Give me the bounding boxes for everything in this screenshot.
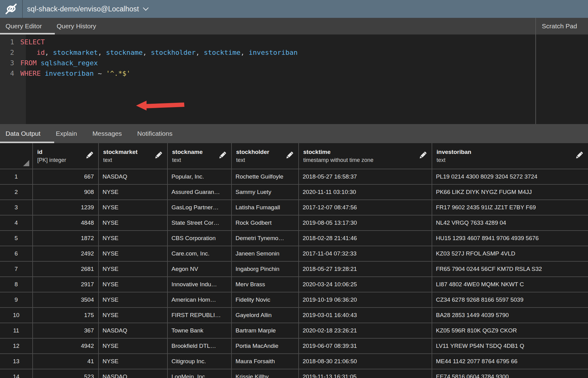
cell[interactable]: NYSE [99,308,168,323]
cell[interactable]: Bartram Marple [232,323,299,338]
cell[interactable]: 2020-02-18 23:26:21 [299,323,432,338]
cell[interactable]: NL42 VRGQ 7633 4289 04 [432,215,588,230]
cell[interactable]: FR65 7904 0244 56CF KM7D RSLA S32 [432,262,588,276]
column-header-id[interactable]: id[PK] integer [33,143,99,169]
cell[interactable]: Gayelord Allin [232,308,299,323]
cell[interactable]: Demetri Tynemo… [232,231,299,246]
cell[interactable]: 1872 [33,231,99,246]
cell[interactable]: KZ05 596R 810K QGZ9 CKOR [432,323,588,338]
cell[interactable]: Fidelity Novic [232,292,299,307]
cell[interactable]: Aegon NV [168,262,232,276]
cell[interactable]: NASDAQ [99,369,168,378]
cell[interactable]: 2019-10-19 06:36:20 [299,292,432,307]
row-number-cell[interactable]: 2 [0,185,33,199]
cell[interactable]: NYSE [99,215,168,230]
cell[interactable]: Assured Guaran… [168,185,232,199]
cell[interactable]: 2492 [33,246,99,261]
cell[interactable]: Maura Forsaith [232,354,299,369]
cell[interactable]: American Hom… [168,292,232,307]
row-number-cell[interactable]: 10 [0,308,33,323]
cell[interactable]: BA28 2853 1449 4039 5790 [432,308,588,323]
row-number-cell[interactable]: 6 [0,246,33,261]
cell[interactable]: PL19 0214 4300 8029 3204 5272 3724 [432,169,588,184]
cell[interactable]: 2020-11-11 03:10:30 [299,185,432,199]
cell[interactable]: 2018-08-30 21:06:50 [299,354,432,369]
tab-query-editor[interactable]: Query Editor [0,18,49,34]
cell[interactable]: KZ03 527J RFOL ASMP 4VLD [432,246,588,261]
row-number-cell[interactable]: 14 [0,369,33,378]
cell[interactable]: Care.com, Inc. [168,246,232,261]
cell[interactable]: LV11 YREW P54N TSDQ 4DB1 Q [432,339,588,353]
sql-editor[interactable]: 1SELECT2 id, stockmarket, stockname, sto… [0,34,588,124]
cell[interactable]: Brookfield DTL… [168,339,232,353]
cell[interactable]: Latisha Fumagall [232,200,299,215]
cell[interactable]: Krissie Killby [232,369,299,378]
cell[interactable]: Portia MacAndie [232,339,299,353]
column-header-stocktime[interactable]: stocktimetimestamp without time zone [299,143,432,169]
cell[interactable]: CBS Corporation [168,231,232,246]
row-number-cell[interactable]: 1 [0,169,33,184]
row-number-cell[interactable]: 5 [0,231,33,246]
code-line[interactable]: 2 id, stockmarket, stockname, stockholde… [0,47,535,58]
tab-data-output[interactable]: Data Output [0,124,48,143]
cell[interactable]: 4942 [33,339,99,353]
connection-dropdown-chevron-icon[interactable] [143,5,149,10]
cell[interactable]: 2018-05-27 19:28:21 [299,262,432,276]
row-number-cell[interactable]: 9 [0,292,33,307]
cell[interactable]: LogMein, Inc. [168,369,232,378]
cell[interactable]: 2019-11-13 16:31:05 [299,369,432,378]
cell[interactable]: 2020-03-24 10:06:25 [299,277,432,292]
cell[interactable]: 908 [33,185,99,199]
sql-code-area[interactable]: 1SELECT2 id, stockmarket, stockname, sto… [0,34,535,124]
row-number-cell[interactable]: 4 [0,215,33,230]
cell[interactable]: CZ34 6278 9268 8166 5597 5039 [432,292,588,307]
column-header-stockname[interactable]: stocknametext [168,143,232,169]
row-number-cell[interactable]: 11 [0,323,33,338]
cell[interactable]: 4848 [33,215,99,230]
cell[interactable]: Sammy Luety [232,185,299,199]
column-header-stockmarket[interactable]: stockmarkettext [99,143,168,169]
tab-scratch-pad[interactable]: Scratch Pad [542,18,577,34]
cell[interactable]: NYSE [99,231,168,246]
cell[interactable]: Citigroup Inc. [168,354,232,369]
cell[interactable]: 1239 [33,200,99,215]
row-number-cell[interactable]: 8 [0,277,33,292]
cell[interactable]: PK66 LIKZ DIYK NYGZ FUGM M4JJ [432,185,588,199]
cell[interactable]: 2018-05-27 16:58:37 [299,169,432,184]
tab-messages[interactable]: Messages [85,124,130,143]
cell[interactable]: NYSE [99,262,168,276]
cell[interactable]: 3504 [33,292,99,307]
tab-explain[interactable]: Explain [48,124,85,143]
cell[interactable]: LI87 4802 4WE0 MQMK NKWT C [432,277,588,292]
tab-notifications[interactable]: Notifications [130,124,180,143]
tab-query-history[interactable]: Query History [49,18,103,34]
cell[interactable]: NYSE [99,339,168,353]
cell[interactable]: EE74 5816 0604 3784 9300 [432,369,588,378]
select-all-header-cell[interactable] [0,143,33,169]
cell[interactable]: NYSE [99,354,168,369]
row-number-cell[interactable]: 13 [0,354,33,369]
cell[interactable]: NYSE [99,246,168,261]
cell[interactable]: Merv Brass [232,277,299,292]
cell[interactable]: NYSE [99,277,168,292]
cell[interactable]: Janeen Semonin [232,246,299,261]
cell[interactable]: Rochette Guilfoyle [232,169,299,184]
row-number-cell[interactable]: 12 [0,339,33,353]
column-header-investoriban[interactable]: investoribantext [432,143,588,169]
cell[interactable]: HU15 1293 4607 8941 9706 4939 5676 [432,231,588,246]
column-header-stockholder[interactable]: stockholdertext [232,143,299,169]
cell[interactable]: 2019-06-07 08:39:31 [299,339,432,353]
cell[interactable]: 523 [33,369,99,378]
cell[interactable]: 2019-08-05 13:17:30 [299,215,432,230]
cell[interactable]: Rock Godbert [232,215,299,230]
code-line[interactable]: 1SELECT [0,37,535,47]
cell[interactable]: NYSE [99,200,168,215]
cell[interactable]: GasLog Partner… [168,200,232,215]
cell[interactable]: Towne Bank [168,323,232,338]
cell[interactable]: 175 [33,308,99,323]
cell[interactable]: FIRST REPUBLI… [168,308,232,323]
cell[interactable]: NYSE [99,185,168,199]
cell[interactable]: 2018-02-28 21:41:46 [299,231,432,246]
cell[interactable]: 367 [33,323,99,338]
cell[interactable]: 2019-03-01 16:40:43 [299,308,432,323]
